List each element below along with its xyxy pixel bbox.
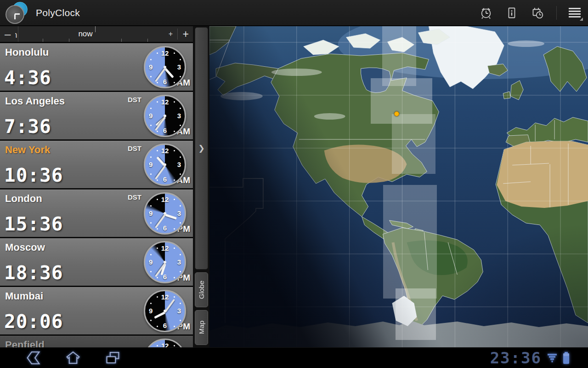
clock-number: 3 xyxy=(177,112,181,120)
clock-number: 6 xyxy=(163,224,167,232)
hour-dot xyxy=(157,150,158,151)
hour-dot xyxy=(157,101,158,103)
hour-hand xyxy=(164,214,176,220)
city-digital-time: 7:36 xyxy=(4,115,51,138)
clock-number: 9 xyxy=(149,63,153,71)
dst-badge: DST xyxy=(128,144,141,152)
hour-dot xyxy=(174,228,175,230)
hour-dot xyxy=(174,247,175,249)
clock-number: 9 xyxy=(149,307,153,315)
hour-dot xyxy=(180,108,181,109)
clock-center-pin xyxy=(164,212,166,215)
time-offset-slider[interactable]: – h now + + xyxy=(0,26,193,43)
city-name: Mumbai xyxy=(5,290,43,302)
clock-number: 6 xyxy=(163,175,167,183)
hour-dot xyxy=(157,131,158,132)
app-icon xyxy=(5,1,28,25)
city-marker[interactable] xyxy=(394,111,399,116)
clock-number: 12 xyxy=(161,196,169,203)
hour-dot xyxy=(150,254,152,255)
clock-center-pin xyxy=(164,261,166,264)
hour-dot xyxy=(150,222,152,224)
back-icon[interactable] xyxy=(24,350,43,366)
hour-dot xyxy=(157,326,158,327)
action-bar-divider xyxy=(556,6,557,20)
city-row[interactable]: Moscow18:36PM12369 xyxy=(0,238,193,286)
clock-number: 12 xyxy=(161,293,169,301)
hour-dot xyxy=(174,179,175,181)
clock-number: 3 xyxy=(177,258,181,266)
app-title: PolyClock xyxy=(36,7,80,18)
time-plus-small-button[interactable]: + xyxy=(169,26,173,42)
hour-dot xyxy=(174,82,175,83)
analog-clock: 12369 xyxy=(144,290,186,332)
hour-dot xyxy=(157,82,158,83)
tab-map[interactable]: Map xyxy=(195,310,208,345)
city-digital-time: 10:36 xyxy=(4,164,63,186)
battery-icon xyxy=(563,351,570,364)
clock-number: 3 xyxy=(177,307,181,315)
city-list: Honolulu4:36AM12369Los AngelesDST7:36AM1… xyxy=(0,43,193,347)
analog-clock: 12369 xyxy=(144,192,186,235)
panel-expand-handle[interactable]: ❯ xyxy=(195,27,208,270)
city-row[interactable]: Mumbai20:06PM12369 xyxy=(0,287,193,334)
clock-number: 3 xyxy=(177,209,181,217)
hour-dot xyxy=(174,326,175,327)
chevron-right-icon: ❯ xyxy=(198,144,204,153)
hour-dot xyxy=(174,131,175,132)
city-row[interactable]: Honolulu4:36AM12369 xyxy=(0,43,193,91)
hour-dot xyxy=(157,345,158,346)
timeline-now-label[interactable]: now xyxy=(0,26,171,42)
system-clock: 23:36 xyxy=(490,349,542,367)
hour-dot xyxy=(150,156,152,158)
city-name: Penfield xyxy=(5,339,45,347)
hour-dot xyxy=(174,277,175,278)
tab-globe[interactable]: Globe xyxy=(195,272,208,307)
clock-number: 12 xyxy=(161,49,169,57)
alarm-clock-icon[interactable] xyxy=(479,6,493,20)
analog-clock: 12369 xyxy=(144,241,186,283)
dst-badge: DST xyxy=(128,96,141,104)
hour-dot xyxy=(157,247,158,249)
city-row[interactable]: Penfield10:36AM12369 xyxy=(0,336,193,347)
home-icon[interactable] xyxy=(63,350,83,366)
city-row[interactable]: Los AngelesDST7:36AM12369 xyxy=(0,92,193,139)
clock-number: 12 xyxy=(161,147,169,155)
clock-number: 9 xyxy=(149,258,153,266)
hour-dot xyxy=(174,150,175,151)
hour-dot xyxy=(150,320,152,321)
clock-center-pin xyxy=(164,66,166,69)
city-digital-time: 18:36 xyxy=(4,262,63,284)
hour-dot xyxy=(150,108,152,109)
hour-dot xyxy=(180,222,181,224)
city-name: Los Angeles xyxy=(5,95,65,107)
hour-dot xyxy=(180,320,181,321)
hour-dot xyxy=(180,205,181,207)
date-time-icon[interactable] xyxy=(531,6,544,20)
analog-clock: 12369 xyxy=(144,46,186,88)
hour-dot xyxy=(150,303,152,304)
timezone-highlight-band xyxy=(392,114,435,174)
clock-number: 12 xyxy=(161,342,169,347)
hour-dot xyxy=(180,303,181,304)
timezone-highlight-band xyxy=(382,26,416,86)
recent-apps-icon[interactable] xyxy=(103,350,122,366)
city-digital-time: 20:06 xyxy=(4,310,63,333)
timezone-highlight-band xyxy=(383,185,437,299)
hour-dot xyxy=(157,296,158,298)
world-map[interactable] xyxy=(209,26,588,347)
info-page-icon[interactable] xyxy=(505,6,519,20)
hour-dot xyxy=(150,59,152,60)
hour-dot xyxy=(157,179,158,181)
hour-hand xyxy=(154,311,165,319)
city-row[interactable]: LondonDST15:36PM12369 xyxy=(0,190,193,237)
hour-dot xyxy=(174,101,175,103)
hour-dot xyxy=(157,52,158,54)
overflow-menu-icon[interactable] xyxy=(569,8,581,18)
time-plus-button[interactable]: + xyxy=(177,29,189,40)
system-bar: 23:36 xyxy=(0,347,588,368)
city-row[interactable]: New YorkDST10:36AM12369 xyxy=(0,141,193,188)
clock-number: 9 xyxy=(149,112,153,120)
hour-dot xyxy=(157,277,158,278)
hour-dot xyxy=(174,345,175,346)
